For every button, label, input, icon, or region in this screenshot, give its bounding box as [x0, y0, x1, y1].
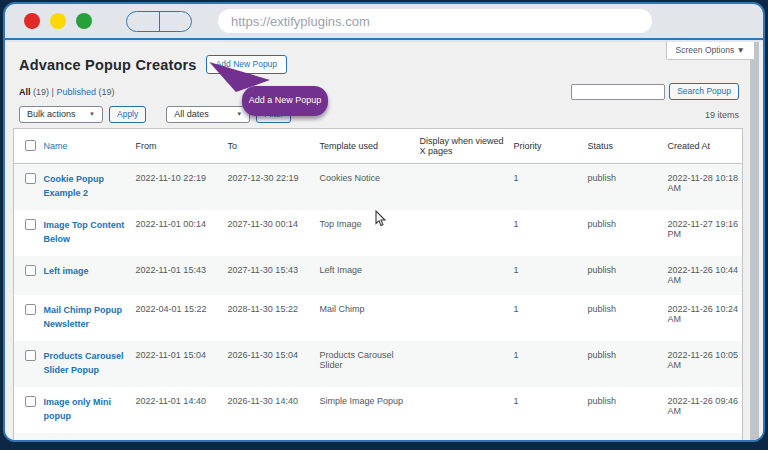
filter-all-link[interactable]: All: [19, 87, 31, 97]
maximize-window-icon[interactable]: [76, 13, 92, 29]
popup-name-cell: Products Carousel Slider Popup: [40, 341, 132, 387]
column-header-from: From: [132, 129, 224, 164]
column-header-name[interactable]: Name: [40, 129, 132, 164]
priority-cell: 1: [510, 256, 584, 295]
popup-name-link[interactable]: Cookie Popup Example 2: [44, 174, 105, 198]
status-cell: publish: [584, 341, 664, 387]
table-row: Image only Mini popup2022-11-01 14:40202…: [14, 387, 743, 433]
minimize-window-icon[interactable]: [50, 13, 66, 29]
browser-window: https://extifyplugins.com Screen Options…: [3, 2, 765, 442]
popup-name-link[interactable]: Image only Mini popup: [44, 397, 112, 421]
callout-bubble: Add a New Popup: [242, 86, 328, 116]
template-cell: Products Carousel Slider: [316, 341, 416, 387]
table-row: Mail Chimp Popup Newsletter2022-04-01 15…: [14, 295, 743, 341]
display-when-cell: [416, 433, 510, 442]
display-when-cell: [416, 387, 510, 433]
to-cell: 2026-11-30 14:40: [224, 387, 316, 433]
vertical-scrollbar[interactable]: [750, 42, 759, 440]
chevron-down-icon: ▼: [737, 45, 745, 55]
popup-name-cell: Image only Mini popup: [40, 387, 132, 433]
to-cell: 2027-12-30 22:19: [224, 164, 316, 211]
search-popup-button[interactable]: Search Popup: [669, 83, 739, 100]
priority-cell: 1: [510, 164, 584, 211]
popup-name-link[interactable]: Products Carousel Slider Popup: [44, 351, 124, 375]
browser-chrome: https://extifyplugins.com: [5, 4, 763, 40]
forward-button[interactable]: [160, 12, 192, 31]
display-when-cell: [416, 256, 510, 295]
table-row: Products Carousel Slider Popup2022-11-01…: [14, 341, 743, 387]
priority-cell: 1: [510, 295, 584, 341]
created-at-cell: 2022-11-26 09:08 AM: [664, 433, 743, 442]
column-header-to: To: [224, 129, 316, 164]
column-header-priority: Priority: [510, 129, 584, 164]
display-when-cell: [416, 164, 510, 211]
row-checkbox-cell: [14, 295, 40, 341]
row-checkbox-cell: [14, 387, 40, 433]
popup-name-link[interactable]: Image Top Content Below: [44, 220, 125, 244]
row-checkbox-cell: [14, 210, 40, 256]
table-row: Cookie Popup Example 22022-11-10 22:1920…: [14, 164, 743, 211]
filter-separator: |: [52, 87, 54, 97]
chevron-down-icon: ▼: [236, 111, 242, 117]
column-header-display-when-viewed-x-pages: Display when viewed X pages: [416, 129, 510, 164]
popup-name-cell: Cookie Popup Example 2: [40, 164, 132, 211]
template-cell: Google Map: [316, 433, 416, 442]
desktop-frame: https://extifyplugins.com Screen Options…: [0, 0, 768, 450]
row-checkbox[interactable]: [25, 173, 36, 184]
created-at-cell: 2022-11-26 09:46 AM: [664, 387, 743, 433]
priority-cell: 1: [510, 387, 584, 433]
close-window-icon[interactable]: [24, 13, 40, 29]
row-checkbox-cell: [14, 341, 40, 387]
from-cell: 2022-11-01 00:14: [132, 210, 224, 256]
from-cell: 2022-11-01 14:40: [132, 387, 224, 433]
row-checkbox[interactable]: [25, 219, 36, 230]
bulk-actions-select[interactable]: Bulk actions ▼: [19, 106, 103, 123]
popup-name-cell: Image Top Content Below: [40, 210, 132, 256]
table-header-row: NameFromToTemplate usedDisplay when view…: [14, 129, 743, 164]
row-checkbox[interactable]: [25, 304, 36, 315]
created-at-cell: 2022-11-26 10:44 AM: [664, 256, 743, 295]
status-cell: publish: [584, 387, 664, 433]
to-cell: 2026-11-30 15:04: [224, 341, 316, 387]
search-input[interactable]: [571, 84, 665, 100]
all-dates-select[interactable]: All dates ▼: [166, 106, 250, 123]
display-when-cell: [416, 341, 510, 387]
template-cell: Simple Image Popup: [316, 387, 416, 433]
back-button[interactable]: [127, 12, 160, 31]
filter-published-link[interactable]: Published: [56, 87, 96, 97]
from-cell: 2022-11-01 14:07: [132, 433, 224, 442]
created-at-cell: 2022-11-26 10:05 AM: [664, 341, 743, 387]
from-cell: 2022-11-01 15:43: [132, 256, 224, 295]
status-cell: publish: [584, 256, 664, 295]
template-cell: Top Image: [316, 210, 416, 256]
popup-name-cell: Left image: [40, 256, 132, 295]
column-header-template-used: Template used: [316, 129, 416, 164]
status-filter-links: All (19) | Published (19): [19, 87, 114, 97]
status-cell: publish: [584, 433, 664, 442]
template-cell: Mail Chimp: [316, 295, 416, 341]
address-bar[interactable]: https://extifyplugins.com: [218, 9, 652, 33]
table-row: Left image2022-11-01 15:432027-11-30 15:…: [14, 256, 743, 295]
table-row: Google Map Popup2022-11-01 14:072025-11-…: [14, 433, 743, 442]
row-checkbox-cell: [14, 256, 40, 295]
row-checkbox[interactable]: [25, 350, 36, 361]
popup-name-cell: Mail Chimp Popup Newsletter: [40, 295, 132, 341]
priority-cell: 1: [510, 210, 584, 256]
popup-name-link[interactable]: Left image: [44, 266, 89, 276]
select-all-checkbox[interactable]: [25, 140, 36, 151]
from-cell: 2022-11-01 15:04: [132, 341, 224, 387]
created-at-cell: 2022-11-28 10:18 AM: [664, 164, 743, 211]
apply-button[interactable]: Apply: [109, 106, 146, 123]
popup-name-link[interactable]: Mail Chimp Popup Newsletter: [44, 305, 123, 329]
screen-options-button[interactable]: Screen Options ▼: [666, 42, 755, 60]
priority-cell: 1: [510, 341, 584, 387]
template-cell: Cookies Notice: [316, 164, 416, 211]
wp-admin-page: Screen Options ▼ Advance Popup Creators …: [5, 42, 763, 440]
from-cell: 2022-11-10 22:19: [132, 164, 224, 211]
items-count: 19 items: [705, 110, 739, 120]
status-cell: publish: [584, 295, 664, 341]
column-header-created-at: Created At: [664, 129, 743, 164]
row-checkbox[interactable]: [25, 396, 36, 407]
url-text: https://extifyplugins.com: [231, 14, 370, 29]
row-checkbox[interactable]: [25, 265, 36, 276]
